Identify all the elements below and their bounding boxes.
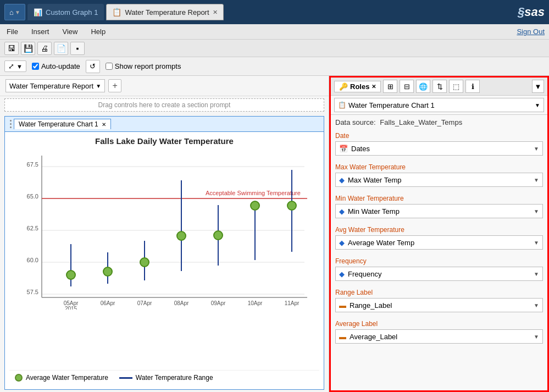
svg-point-15 xyxy=(66,270,75,279)
svg-point-19 xyxy=(140,258,149,267)
data-source-row: Data source: Falls_Lake_Water_Temps xyxy=(331,115,547,130)
refresh-button[interactable]: ↺ xyxy=(86,60,100,73)
svg-text:65.0: 65.0 xyxy=(27,193,38,200)
new-icon: 🖫 xyxy=(8,44,15,53)
show-prompts-checkbox[interactable] xyxy=(106,63,113,70)
role-field-dropdown-arrow[interactable]: ▼ xyxy=(534,271,539,277)
panel-dropdown-btn[interactable]: ▼ xyxy=(532,80,544,93)
globe-icon-btn[interactable]: 🌐 xyxy=(416,80,430,93)
role-field-dropdown-arrow[interactable]: ▼ xyxy=(534,240,539,246)
left-panel: Water Temperature Report ▼ + Drag contro… xyxy=(0,76,329,392)
chart-title: Falls Lake Daily Water Temperature xyxy=(9,136,319,146)
roles-tab-label: Roles xyxy=(350,82,369,91)
report-toolbar: ⤢ ▼ Auto-update ↺ Show report prompts xyxy=(0,57,549,76)
data-source-value: Falls_Lake_Water_Temps xyxy=(380,118,462,126)
tab-drag-handle[interactable] xyxy=(7,120,14,128)
role-field[interactable]: ◆Frequency▼ xyxy=(335,267,543,281)
report-dropdown[interactable]: Water Temperature Report ▼ xyxy=(5,79,105,92)
main-toolbar: 🖫 💾 🖨 📄 ▪ xyxy=(0,40,549,57)
sort-icon-btn[interactable]: ⇅ xyxy=(432,80,447,93)
copy-icon: 📄 xyxy=(57,44,66,53)
auto-update-checkbox[interactable] xyxy=(32,63,39,70)
svg-point-25 xyxy=(251,201,259,210)
tab-water-temp-label: Water Temperature Report xyxy=(125,8,209,16)
new-button[interactable]: 🖫 xyxy=(4,42,19,55)
measure-field-icon: ◆ xyxy=(339,176,345,184)
chart-svg: 67.5 65.0 62.5 60.0 57.5 xyxy=(9,150,319,310)
role-label: Avg Water Temperature xyxy=(335,226,543,234)
chart-tab-close[interactable]: ✕ xyxy=(102,122,106,128)
tab-close-button[interactable]: ✕ xyxy=(213,9,218,16)
legend-range-label: Water Temperature Range xyxy=(136,374,213,382)
sign-out-link[interactable]: Sign Out xyxy=(517,27,545,36)
chart-area: Water Temperature Chart 1 ✕ Falls Lake D… xyxy=(4,116,324,390)
main-content: Water Temperature Report ▼ + Drag contro… xyxy=(0,76,549,392)
role-field-dropdown-arrow[interactable]: ▼ xyxy=(534,334,539,340)
section-prompt-area: Drag controls here to create a section p… xyxy=(4,98,324,112)
svg-text:60.0: 60.0 xyxy=(27,257,38,263)
menu-file[interactable]: File xyxy=(4,26,20,37)
role-field[interactable]: ◆Average Water Temp▼ xyxy=(335,235,543,250)
role-field-text: Range_Label xyxy=(350,301,534,310)
role-field-text: Max Water Temp xyxy=(348,176,534,184)
print-button[interactable]: 🖨 xyxy=(37,42,52,55)
menu-view[interactable]: View xyxy=(60,26,80,37)
chart-container: Falls Lake Daily Water Temperature 67.5 … xyxy=(5,132,324,389)
legend-avg-temp: Average Water Temperature xyxy=(15,374,108,382)
tab-custom-graph[interactable]: 📊 Custom Graph 1 xyxy=(27,4,104,20)
legend-avg-label: Average Water Temperature xyxy=(26,374,108,382)
role-field[interactable]: ◆Max Water Temp▼ xyxy=(335,173,543,187)
print-icon: 🖨 xyxy=(41,44,48,53)
auto-update-checkbox-label[interactable]: Auto-update xyxy=(32,62,80,70)
role-label: Date xyxy=(335,132,543,140)
chart-tab-label: Water Temperature Chart 1 xyxy=(19,120,98,128)
role-field-dropdown-arrow[interactable]: ▼ xyxy=(534,177,539,183)
add-section-button[interactable]: + xyxy=(108,79,121,92)
tab-water-temp-report[interactable]: 📋 Water Temperature Report ✕ xyxy=(106,4,223,20)
role-field[interactable]: 📅Dates▼ xyxy=(335,141,543,156)
save-icon: 💾 xyxy=(24,44,33,53)
home-button[interactable]: ⌂ ▼ xyxy=(4,4,25,20)
svg-text:67.5: 67.5 xyxy=(27,161,38,168)
extra-button[interactable]: ▪ xyxy=(70,42,85,55)
svg-text:08Apr: 08Apr xyxy=(174,300,189,306)
chart-selector-dropdown[interactable]: 📋 Water Temperature Chart 1 ▼ xyxy=(334,98,544,112)
menu-help[interactable]: Help xyxy=(88,26,108,37)
chart-select-icon: 📋 xyxy=(338,101,346,109)
grid-icon-btn[interactable]: ⊞ xyxy=(383,80,397,93)
report-icon: 📋 xyxy=(112,8,121,16)
plus-icon: + xyxy=(112,81,117,91)
role-field-text: Average Water Temp xyxy=(348,239,534,247)
roles-tab[interactable]: 🔑 Roles ✕ xyxy=(334,81,381,92)
data-source-label: Data source: xyxy=(335,118,376,126)
chevron-down-icon: ▼ xyxy=(535,82,542,91)
right-panel: 🔑 Roles ✕ ⊞ ⊟ 🌐 ⇅ ⬚ ℹ ▼ 📋 Water Temperat… xyxy=(329,76,549,392)
chart-tab[interactable]: Water Temperature Chart 1 ✕ xyxy=(14,119,111,129)
menu-insert[interactable]: Insert xyxy=(29,26,52,37)
role-field-dropdown-arrow[interactable]: ▼ xyxy=(534,208,539,214)
chart-selector-arrow: ▼ xyxy=(535,102,540,108)
filter-icon-btn[interactable]: ⊟ xyxy=(400,80,414,93)
role-field-dropdown-arrow[interactable]: ▼ xyxy=(534,146,539,152)
chart-selector-label: Water Temperature Chart 1 xyxy=(348,101,435,109)
svg-point-23 xyxy=(214,231,223,240)
role-field-dropdown-arrow[interactable]: ▼ xyxy=(534,302,539,308)
svg-point-17 xyxy=(103,267,112,276)
fit-button[interactable]: ⤢ ▼ xyxy=(4,60,26,72)
role-label: Range Label xyxy=(335,289,543,296)
calc-icon-btn[interactable]: ⬚ xyxy=(449,80,463,93)
calc-icon: ⬚ xyxy=(453,82,459,91)
save-button[interactable]: 💾 xyxy=(21,42,35,55)
legend-temp-range: Water Temperature Range xyxy=(119,374,213,382)
show-prompts-label[interactable]: Show report prompts xyxy=(106,62,181,70)
info-icon-btn[interactable]: ℹ xyxy=(465,80,480,93)
roles-close-icon: ✕ xyxy=(371,84,376,90)
grid-icon: ⊞ xyxy=(387,82,393,91)
roles-header: 🔑 Roles ✕ ⊞ ⊟ 🌐 ⇅ ⬚ ℹ ▼ xyxy=(331,78,547,96)
role-field[interactable]: ▬Range_Label▼ xyxy=(335,298,543,312)
role-field[interactable]: ▬Average_Label▼ xyxy=(335,329,543,344)
measure-field-icon: ◆ xyxy=(339,239,345,247)
show-prompts-text: Show report prompts xyxy=(115,62,181,70)
copy-button[interactable]: 📄 xyxy=(54,42,68,55)
role-field[interactable]: ◆Min Water Temp▼ xyxy=(335,204,543,218)
